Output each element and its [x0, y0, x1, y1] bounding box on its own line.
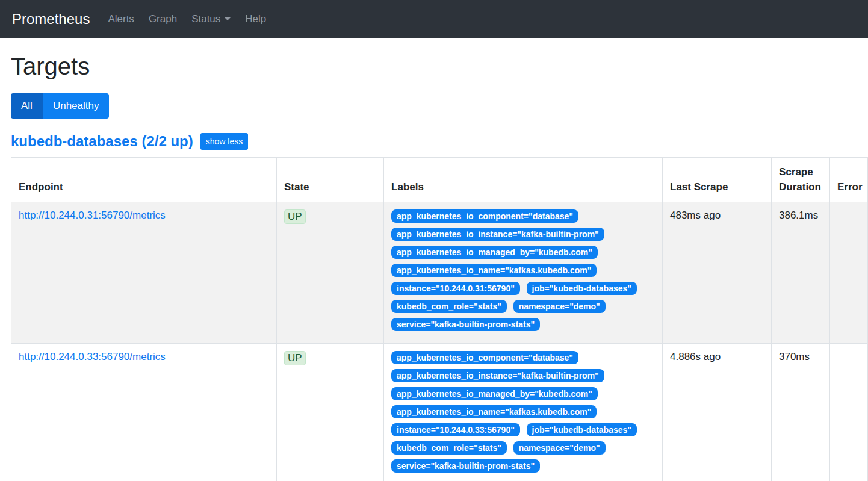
target-label: service="kafka-builtin-prom-stats" — [391, 318, 540, 331]
labels-cell: app_kubernetes_io_component="database" a… — [384, 202, 663, 344]
column-header-last-scrape: Last Scrape — [663, 158, 772, 202]
state-badge: UP — [284, 351, 306, 365]
column-header-error: Error — [830, 158, 868, 202]
table-row: http://10.244.0.33:56790/metrics UP app_… — [11, 344, 868, 481]
show-less-button[interactable]: show less — [200, 133, 248, 150]
filter-all-button[interactable]: All — [11, 93, 43, 119]
target-label: instance="10.244.0.33:56790" — [391, 423, 520, 436]
target-label: service="kafka-builtin-prom-stats" — [391, 459, 540, 473]
endpoint-link[interactable]: http://10.244.0.31:56790/metrics — [19, 209, 166, 221]
table-header-row: Endpoint State Labels Last Scrape Scrape… — [11, 158, 868, 202]
endpoint-cell: http://10.244.0.31:56790/metrics — [11, 202, 277, 344]
target-label: job="kubedb-databases" — [527, 282, 637, 295]
state-cell: UP — [277, 344, 384, 481]
target-label: instance="10.244.0.31:56790" — [391, 282, 520, 295]
nav-item-help[interactable]: Help — [238, 8, 273, 30]
nav-item-graph[interactable]: Graph — [141, 8, 184, 30]
nav-item-alerts[interactable]: Alerts — [101, 8, 141, 30]
job-title-link[interactable]: kubedb-databases (2/2 up) — [11, 133, 193, 150]
target-label: app_kubernetes_io_name="kafkas.kubedb.co… — [391, 264, 597, 277]
state-cell: UP — [277, 202, 384, 344]
main-content: Targets All Unhealthy kubedb-databases (… — [0, 53, 868, 481]
target-label: app_kubernetes_io_instance="kafka-builti… — [391, 228, 604, 241]
labels-cell: app_kubernetes_io_component="database" a… — [384, 344, 663, 481]
target-label: app_kubernetes_io_managed_by="kubedb.com… — [391, 246, 598, 259]
endpoint-cell: http://10.244.0.33:56790/metrics — [11, 344, 277, 481]
nav-item-status[interactable]: Status — [184, 8, 238, 30]
chevron-down-icon — [225, 17, 231, 20]
brand-link[interactable]: Prometheus — [12, 11, 90, 28]
filter-unhealthy-button[interactable]: Unhealthy — [43, 93, 110, 119]
column-header-state: State — [277, 158, 384, 202]
last-scrape-cell: 4.886s ago — [663, 344, 772, 481]
target-label: namespace="demo" — [513, 300, 606, 313]
target-label: app_kubernetes_io_managed_by="kubedb.com… — [391, 387, 598, 400]
scrape-duration-cell: 386.1ms — [772, 202, 830, 344]
page-title: Targets — [11, 53, 857, 80]
target-label: app_kubernetes_io_component="database" — [391, 209, 578, 223]
target-label: app_kubernetes_io_component="database" — [391, 351, 578, 364]
job-header: kubedb-databases (2/2 up) show less — [11, 133, 857, 150]
target-label: namespace="demo" — [513, 441, 606, 455]
target-label: job="kubedb-databases" — [527, 423, 637, 436]
target-label: kubedb_com_role="stats" — [391, 441, 507, 455]
column-header-endpoint: Endpoint — [11, 158, 277, 202]
state-badge: UP — [284, 209, 306, 224]
target-label: app_kubernetes_io_name="kafkas.kubedb.co… — [391, 405, 597, 418]
table-row: http://10.244.0.31:56790/metrics UP app_… — [11, 202, 868, 344]
health-filter-group: All Unhealthy — [11, 93, 109, 119]
nav-item-status-label: Status — [191, 13, 220, 25]
last-scrape-cell: 483ms ago — [663, 202, 772, 344]
endpoint-link[interactable]: http://10.244.0.33:56790/metrics — [19, 351, 166, 362]
target-label: kubedb_com_role="stats" — [391, 300, 507, 313]
column-header-scrape-duration: Scrape Duration — [772, 158, 830, 202]
targets-table: Endpoint State Labels Last Scrape Scrape… — [11, 157, 868, 481]
scrape-duration-cell: 370ms — [772, 344, 830, 481]
target-label: app_kubernetes_io_instance="kafka-builti… — [391, 369, 604, 382]
error-cell — [830, 202, 868, 344]
column-header-labels: Labels — [384, 158, 663, 202]
navbar: Prometheus Alerts Graph Status Help — [0, 0, 868, 38]
error-cell — [830, 344, 868, 481]
